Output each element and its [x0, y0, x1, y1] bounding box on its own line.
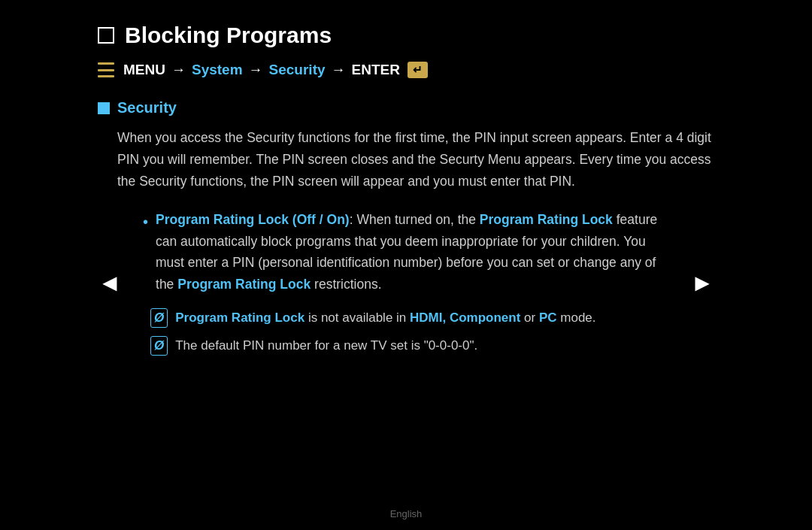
note1-part4: mode.	[560, 310, 595, 325]
breadcrumb-arrow2: →	[249, 62, 263, 78]
breadcrumb-enter: ENTER	[352, 62, 400, 78]
note-item-2: Ø The default PIN number for a new TV se…	[143, 335, 669, 356]
footer-language: English	[0, 508, 812, 519]
note1-highlight1: Program Rating Lock	[175, 310, 304, 325]
note1-part3: or	[524, 310, 539, 325]
note1-part2: is not available in	[308, 310, 410, 325]
breadcrumb-arrow3: →	[332, 62, 346, 78]
section-header: Security	[98, 99, 714, 117]
program-rating-highlight: Program Rating Lock	[480, 212, 613, 227]
note-text-1: Program Rating Lock is not available in …	[175, 307, 595, 328]
breadcrumb: MENU → System → Security → ENTER ↵	[98, 62, 714, 78]
note-text-2: The default PIN number for a new TV set …	[175, 335, 477, 356]
section-title: Security	[117, 99, 177, 117]
checkbox-icon	[98, 27, 114, 44]
breadcrumb-menu-label: MENU	[123, 62, 165, 78]
menu-icon	[98, 62, 114, 77]
breadcrumb-system: System	[192, 62, 243, 78]
bullet-item-program-rating: • Program Rating Lock (Off / On): When t…	[143, 209, 669, 296]
page-title: Blocking Programs	[125, 23, 332, 48]
page-title-container: Blocking Programs	[98, 23, 714, 48]
program-rating-lock-label: Program Rating Lock (Off / On)	[156, 212, 350, 227]
note-item-1: Ø Program Rating Lock is not available i…	[143, 307, 669, 328]
note1-highlight2: HDMI, Component	[410, 310, 520, 325]
bullet-body3: restrictions.	[311, 277, 381, 292]
bullet-item-text: Program Rating Lock (Off / On): When tur…	[156, 209, 669, 296]
nav-right-arrow[interactable]: ►	[690, 268, 714, 296]
nav-left-arrow[interactable]: ◄	[98, 268, 122, 296]
section-square-icon	[98, 102, 110, 114]
enter-icon: ↵	[408, 62, 428, 78]
note-icon-2: Ø	[150, 336, 168, 356]
note-icon-1: Ø	[150, 308, 168, 328]
breadcrumb-security: Security	[269, 62, 326, 78]
section-body: When you access the Security functions f…	[98, 127, 714, 192]
bullet-section: ◄ ► • Program Rating Lock (Off / On): Wh…	[98, 209, 714, 356]
program-rating-highlight2: Program Rating Lock	[177, 277, 311, 292]
note1-highlight3: PC	[539, 310, 557, 325]
bullet-body1: When turned on, the	[353, 212, 480, 227]
breadcrumb-arrow1: →	[171, 62, 186, 78]
bullet-dot: •	[143, 210, 148, 235]
